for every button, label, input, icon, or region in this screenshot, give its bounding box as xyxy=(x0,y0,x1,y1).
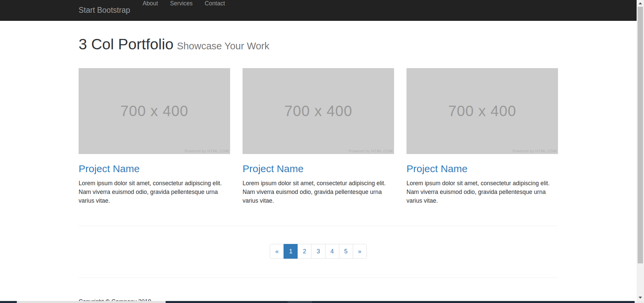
pagination-wrap: « 1 2 3 4 5 » xyxy=(79,244,558,259)
placeholder-watermark: Powered by HTML.COM xyxy=(513,149,557,153)
project-card: 700 x 400 Powered by HTML.COM Project Na… xyxy=(243,68,394,205)
placeholder-dimensions-text: 700 x 400 xyxy=(120,103,188,119)
portfolio-row: 700 x 400 Powered by HTML.COM Project Na… xyxy=(79,68,558,205)
nav-item-contact[interactable]: Contact xyxy=(199,0,231,7)
main-container: 3 Col PortfolioShowcase Your Work 700 x … xyxy=(79,36,558,303)
divider-above-pagination xyxy=(79,226,558,226)
taskbar-sliver xyxy=(0,301,644,303)
project-title-heading: Project Name xyxy=(79,163,230,174)
project-card: 700 x 400 Powered by HTML.COM Project Na… xyxy=(79,68,230,205)
placeholder-watermark: Powered by HTML.COM xyxy=(185,149,229,153)
navbar-brand[interactable]: Start Bootstrap xyxy=(79,6,130,15)
project-description: Lorem ipsum dolor sit amet, consectetur … xyxy=(406,179,558,205)
taskbar-main-segment xyxy=(166,301,635,303)
scrollbar-thumb[interactable] xyxy=(638,7,643,263)
pagination-page-5-link[interactable]: 5 xyxy=(339,244,353,259)
project-title-link[interactable]: Project Name xyxy=(79,163,140,174)
nav-item-services[interactable]: Services xyxy=(164,0,199,7)
project-image-link[interactable]: 700 x 400 Powered by HTML.COM xyxy=(406,68,558,154)
navbar: Start Bootstrap About Services Contact xyxy=(0,0,637,21)
pagination-prev-link[interactable]: « xyxy=(270,244,284,259)
vertical-scrollbar[interactable] xyxy=(637,0,644,303)
pagination-page-2-link[interactable]: 2 xyxy=(297,244,311,259)
pagination-page-1-link[interactable]: 1 xyxy=(284,244,298,259)
page-subtitle: Showcase Your Work xyxy=(177,41,269,51)
pagination-page-2: 2 xyxy=(298,244,311,259)
navbar-links: About Services Contact xyxy=(136,0,231,20)
pagination-page-3: 3 xyxy=(311,244,325,259)
scrollbar-down-button[interactable] xyxy=(637,294,644,301)
project-description: Lorem ipsum dolor sit amet, consectetur … xyxy=(79,179,230,205)
scroll-down-arrow-icon xyxy=(639,297,642,299)
pagination-page-4-link[interactable]: 4 xyxy=(325,244,339,259)
page-content: Start Bootstrap About Services Contact 3… xyxy=(0,0,637,303)
pagination-prev: « xyxy=(270,244,284,259)
pagination-page-4: 4 xyxy=(326,244,339,259)
pagination-page-5: 5 xyxy=(339,244,353,259)
pagination-page-3-link[interactable]: 3 xyxy=(311,244,325,259)
scrollbar-corner xyxy=(635,301,644,303)
project-title-heading: Project Name xyxy=(243,163,394,174)
pagination: « 1 2 3 4 5 » xyxy=(270,244,367,259)
placeholder-dimensions-text: 700 x 400 xyxy=(284,103,352,119)
divider-above-footer xyxy=(79,277,558,278)
scroll-up-arrow-icon xyxy=(639,2,642,4)
navbar-inner: Start Bootstrap About Services Contact xyxy=(79,0,558,20)
pagination-next: » xyxy=(353,244,367,259)
page-title: 3 Col Portfolio xyxy=(79,36,174,53)
browser-viewport: Start Bootstrap About Services Contact 3… xyxy=(0,0,644,303)
placeholder-dimensions-text: 700 x 400 xyxy=(448,103,516,119)
pagination-next-link[interactable]: » xyxy=(353,244,367,259)
project-title-heading: Project Name xyxy=(406,163,558,174)
page-title-row: 3 Col PortfolioShowcase Your Work xyxy=(79,36,558,55)
scrollbar-up-button[interactable] xyxy=(637,0,644,7)
pagination-page-1: 1 xyxy=(284,244,298,259)
project-card: 700 x 400 Powered by HTML.COM Project Na… xyxy=(406,68,558,205)
taskbar-start-segment xyxy=(0,301,17,303)
project-image-link[interactable]: 700 x 400 Powered by HTML.COM xyxy=(243,68,394,154)
nav-item-about[interactable]: About xyxy=(136,0,164,7)
taskbar-app-highlight xyxy=(288,301,312,303)
project-title-link[interactable]: Project Name xyxy=(243,163,304,174)
project-title-link[interactable]: Project Name xyxy=(406,163,468,174)
project-image-link[interactable]: 700 x 400 Powered by HTML.COM xyxy=(79,68,230,154)
placeholder-watermark: Powered by HTML.COM xyxy=(349,149,393,153)
project-description: Lorem ipsum dolor sit amet, consectetur … xyxy=(243,179,394,205)
page-header: 3 Col PortfolioShowcase Your Work xyxy=(79,36,558,55)
taskbar-search-segment xyxy=(17,301,166,303)
